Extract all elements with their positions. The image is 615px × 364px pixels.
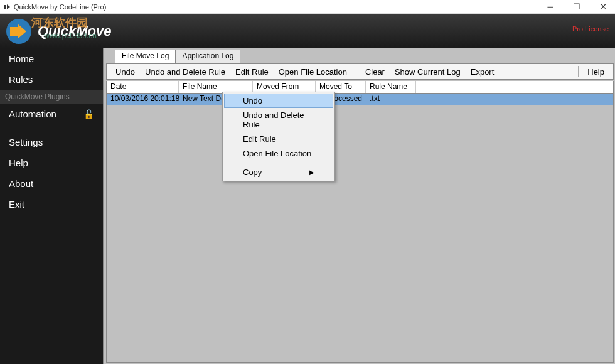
sidebar-item-settings[interactable]: Settings xyxy=(0,132,103,153)
sidebar-item-rules[interactable]: Rules xyxy=(0,69,103,90)
chevron-right-icon: ▶ xyxy=(309,169,314,176)
separator xyxy=(356,66,356,77)
table-header: Date File Name Moved From Moved To Rule … xyxy=(107,81,613,94)
close-button[interactable]: ✕ xyxy=(596,1,610,13)
app-header: 河东软件园 www.pc0359.cn QuickMove Pro Licens… xyxy=(0,14,615,48)
main-area: Home Rules QuickMove Plugins Automation … xyxy=(0,48,615,364)
context-label: Copy xyxy=(243,168,262,177)
maximize-button[interactable]: ☐ xyxy=(570,1,584,13)
watermark-url: www.pc0359.cn xyxy=(44,31,97,40)
sidebar: Home Rules QuickMove Plugins Automation … xyxy=(0,48,103,364)
license-badge: Pro License xyxy=(572,25,609,33)
header-rule-name[interactable]: Rule Name xyxy=(366,81,416,93)
context-undo-delete[interactable]: Undo and Delete Rule xyxy=(224,108,333,132)
sidebar-label: About xyxy=(9,178,33,189)
header-date[interactable]: Date xyxy=(107,81,179,93)
tab-application-log[interactable]: Application Log xyxy=(175,50,240,63)
sidebar-item-help[interactable]: Help xyxy=(0,153,103,173)
padlock-icon: 🔓 xyxy=(83,109,94,119)
cell-date: 10/03/2016 20:01:18 xyxy=(107,94,179,105)
tab-file-move-log[interactable]: File Move Log xyxy=(115,50,176,63)
log-table: Date File Name Moved From Moved To Rule … xyxy=(106,81,614,363)
open-location-button[interactable]: Open File Location xyxy=(275,66,351,78)
watermark-text: 河东软件园 xyxy=(31,15,88,30)
export-button[interactable]: Export xyxy=(467,66,498,78)
context-open-location[interactable]: Open File Location xyxy=(224,146,333,161)
tab-label: Application Log xyxy=(182,51,233,60)
sidebar-item-about[interactable]: About xyxy=(0,173,103,194)
context-copy[interactable]: Copy ▶ xyxy=(224,165,333,179)
content-area: File Move Log Application Log Undo Undo … xyxy=(103,48,615,364)
sidebar-section-plugins: QuickMove Plugins xyxy=(0,90,103,104)
cell-rule-name: .txt xyxy=(366,94,416,105)
separator xyxy=(227,163,331,163)
edit-rule-button[interactable]: Edit Rule xyxy=(232,66,272,78)
sidebar-item-exit[interactable]: Exit xyxy=(0,194,103,215)
context-label: Open File Location xyxy=(243,149,311,158)
help-button[interactable]: Help xyxy=(584,66,608,78)
sidebar-label: Settings xyxy=(9,137,43,147)
show-current-button[interactable]: Show Current Log xyxy=(391,66,464,78)
spacer xyxy=(0,124,103,132)
clear-button[interactable]: Clear xyxy=(361,66,388,78)
table-body: 10/03/2016 20:01:18 New Text Document.tx… xyxy=(107,94,613,105)
svg-rect-0 xyxy=(4,5,6,9)
context-undo[interactable]: Undo xyxy=(224,94,333,108)
app-icon xyxy=(3,3,11,11)
context-menu: Undo Undo and Delete Rule Edit Rule Open… xyxy=(222,92,335,181)
window-title: QuickMove by CodeLine (Pro) xyxy=(14,3,543,11)
minimize-button[interactable]: ─ xyxy=(543,1,557,13)
table-row[interactable]: 10/03/2016 20:01:18 New Text Document.tx… xyxy=(107,94,613,105)
sidebar-label: Exit xyxy=(9,199,24,210)
undo-button[interactable]: Undo xyxy=(112,66,139,78)
context-label: Undo and Delete Rule xyxy=(243,110,314,129)
context-label: Edit Rule xyxy=(243,134,276,144)
sidebar-item-home[interactable]: Home xyxy=(0,48,103,69)
tab-label: File Move Log xyxy=(122,51,169,60)
sidebar-label: Help xyxy=(9,158,28,168)
sidebar-label: Automation xyxy=(9,109,56,119)
titlebar: QuickMove by CodeLine (Pro) ─ ☐ ✕ xyxy=(0,0,615,14)
separator xyxy=(578,66,579,77)
sidebar-label: Home xyxy=(9,53,34,64)
sidebar-label: Rules xyxy=(9,74,33,85)
context-edit-rule[interactable]: Edit Rule xyxy=(224,132,333,146)
tab-bar: File Move Log Application Log xyxy=(105,50,615,63)
context-label: Undo xyxy=(243,96,262,105)
toolbar: Undo Undo and Delete Rule Edit Rule Open… xyxy=(106,63,614,80)
app-logo xyxy=(5,18,33,45)
undo-delete-button[interactable]: Undo and Delete Rule xyxy=(141,66,229,78)
sidebar-item-automation[interactable]: Automation 🔓 xyxy=(0,104,103,124)
window-controls: ─ ☐ ✕ xyxy=(543,1,610,13)
